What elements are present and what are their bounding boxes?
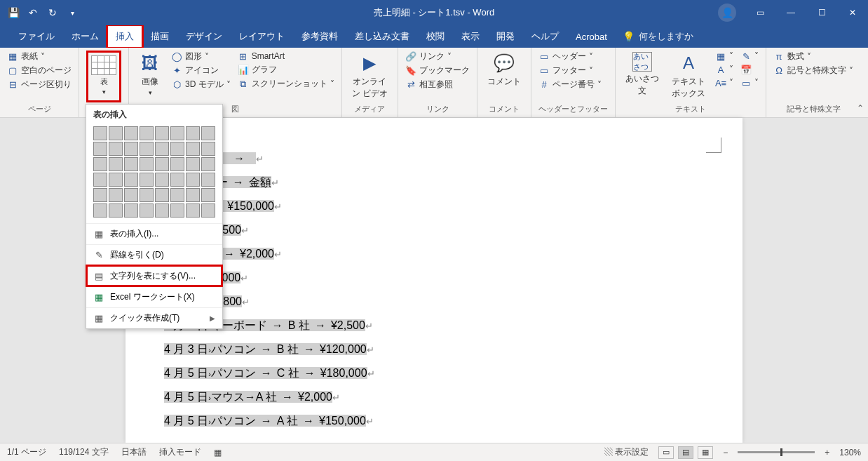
ribbon-options-icon[interactable]: ▭ <box>745 0 775 25</box>
status-words[interactable]: 119/124 文字 <box>59 446 109 458</box>
redo-icon[interactable]: ↻ <box>46 6 59 19</box>
smartart-button[interactable]: ⊞SmartArt <box>238 51 334 62</box>
excel-icon: ▦ <box>93 292 104 303</box>
datetime-button[interactable]: 📅 <box>740 64 759 75</box>
tab-draw[interactable]: 描画 <box>142 25 177 48</box>
dropcap-button[interactable]: A≡˅ <box>715 77 733 88</box>
blank-page-button[interactable]: ▢空白のページ <box>7 65 72 76</box>
status-mode[interactable]: 挿入モード <box>159 446 201 458</box>
collapse-ribbon-icon[interactable]: ⌃ <box>857 103 864 113</box>
tab-acrobat[interactable]: Acrobat <box>567 25 616 48</box>
chart-icon: 📊 <box>238 65 249 76</box>
tab-design[interactable]: デザイン <box>177 25 231 48</box>
crossref-icon: ⇄ <box>405 79 416 91</box>
page-corner-mark <box>706 138 721 153</box>
table-row: 4 月 5 日›マウス→A 社→¥2,000↵ <box>162 386 377 408</box>
tab-help[interactable]: ヘルプ <box>523 25 567 48</box>
lightbulb-icon: 💡 <box>623 31 635 42</box>
user-avatar[interactable]: 👤 <box>718 4 736 22</box>
minimize-icon[interactable]: — <box>775 0 806 25</box>
zoom-in-icon[interactable]: + <box>825 448 829 457</box>
status-page[interactable]: 1/1 ページ <box>7 446 46 458</box>
status-macro-icon[interactable]: ▦ <box>214 448 222 457</box>
title-bar: 💾 ↶ ↻ ▾ 売上明細 - シート1.tsv - Word 👤 ▭ — ☐ ✕ <box>0 0 868 25</box>
tab-mailings[interactable]: 差し込み文書 <box>346 25 418 48</box>
page-icon: ▦ <box>7 51 18 62</box>
tab-insert[interactable]: 挿入 <box>107 25 142 48</box>
group-symbols-label: 記号と特殊文字 <box>773 102 853 116</box>
status-bar: 1/1 ページ 119/124 文字 日本語 挿入モード ▦ ▧ 表示設定 ▭ … <box>0 443 868 461</box>
maximize-icon[interactable]: ☐ <box>806 0 837 25</box>
quickparts-button[interactable]: ▦˅ <box>715 51 733 62</box>
wordart-button[interactable]: A˅ <box>715 64 733 75</box>
symbol-icon: Ω <box>773 65 785 76</box>
screenshot-button[interactable]: ⧉スクリーンショット ˅ <box>238 78 334 90</box>
tab-review[interactable]: 校閲 <box>418 25 453 48</box>
equation-icon: π <box>773 51 785 62</box>
table-dropdown: 表の挿入 ▦表の挿入(I)... ✎罫線を引く(D) ▤文字列を表にする(V).… <box>86 104 223 329</box>
equation-button[interactable]: π数式 ˅ <box>773 51 853 62</box>
dropdown-title: 表の挿入 <box>86 105 222 123</box>
bookmark-button[interactable]: 🔖ブックマーク <box>405 65 470 76</box>
smartart-icon: ⊞ <box>238 51 249 62</box>
status-lang[interactable]: 日本語 <box>121 446 147 458</box>
menu-quick-tables[interactable]: ▦クイック表作成(T)▶ <box>86 307 222 328</box>
header-button[interactable]: ▭ヘッダー ˅ <box>538 51 602 62</box>
images-button[interactable]: 🖼画像▾ <box>136 51 164 102</box>
pagenum-icon: # <box>538 79 550 91</box>
footer-button[interactable]: ▭フッター ˅ <box>538 65 602 76</box>
image-icon: 🖼 <box>139 52 161 74</box>
online-video-button[interactable]: ▶オンライ ン ビデオ <box>349 51 391 102</box>
tab-references[interactable]: 参考資料 <box>293 25 346 48</box>
pencil-icon: ✎ <box>93 250 104 261</box>
comment-button[interactable]: 💬コメント <box>484 51 524 102</box>
display-settings[interactable]: ▧ 表示設定 <box>604 446 649 458</box>
tab-layout[interactable]: レイアウト <box>231 25 293 48</box>
pagenum-button[interactable]: #ページ番号 ˅ <box>538 79 602 91</box>
zoom-out-icon[interactable]: − <box>723 448 728 457</box>
tell-me-search[interactable]: 💡 何をしますか <box>623 30 693 43</box>
sig-button[interactable]: ✎˅ <box>740 51 759 62</box>
header-icon: ▭ <box>538 51 550 62</box>
table-size-grid[interactable] <box>86 123 222 223</box>
symbol-button[interactable]: Ω記号と特殊文字 ˅ <box>773 65 853 76</box>
tab-view[interactable]: 表示 <box>453 25 488 48</box>
close-icon[interactable]: ✕ <box>837 0 868 25</box>
greeting-button[interactable]: あいさつあいさつ 文 <box>623 51 662 102</box>
zoom-slider[interactable] <box>738 451 815 453</box>
tab-developer[interactable]: 開発 <box>488 25 523 48</box>
read-mode-icon[interactable]: ▭ <box>658 446 674 459</box>
menu-convert-text-to-table[interactable]: ▤文字列を表にする(V)... <box>86 265 222 286</box>
crossref-button[interactable]: ⇄相互参照 <box>405 79 470 91</box>
page-break-button[interactable]: ⊟ページ区切り <box>7 79 72 91</box>
tab-file[interactable]: ファイル <box>10 25 63 48</box>
object-button[interactable]: ▭˅ <box>740 77 759 88</box>
3dmodels-button[interactable]: ⬡3D モデル ˅ <box>171 79 231 91</box>
shapes-button[interactable]: ◯図形 ˅ <box>171 51 231 62</box>
table-row: 4 月 5 日›パソコン→A 社→¥150,000↵ <box>162 410 377 432</box>
textbox-button[interactable]: Aテキスト ボックス <box>669 51 708 102</box>
web-layout-icon[interactable]: ▦ <box>698 446 713 459</box>
link-button[interactable]: 🔗リンク ˅ <box>405 51 470 62</box>
chart-button[interactable]: 📊グラフ <box>238 64 334 76</box>
tab-home[interactable]: ホーム <box>63 25 107 48</box>
document-content[interactable]: → → ↵ メーカー→金額↵→A 社→¥150,000↵B 社→¥1,500↵ド… <box>161 146 707 434</box>
print-layout-icon[interactable]: ▤ <box>678 446 693 459</box>
sig-icon: ✎ <box>740 51 752 62</box>
dropcap-icon: A≡ <box>715 77 726 88</box>
menu-draw-table[interactable]: ✎罫線を引く(D) <box>86 244 222 265</box>
cover-page-button[interactable]: ▦表紙 ˅ <box>7 51 72 62</box>
icons-button[interactable]: ✦アイコン <box>171 65 231 76</box>
table-button[interactable]: 表 ▾ <box>86 51 121 102</box>
menu-insert-table[interactable]: ▦表の挿入(I)... <box>86 223 222 244</box>
zoom-level[interactable]: 130% <box>839 448 861 457</box>
grid-icon: ▦ <box>93 229 104 240</box>
convert-icon: ▤ <box>93 271 104 282</box>
group-links-label: リンク <box>405 102 470 116</box>
document-title: 売上明細 - シート1.tsv - Word <box>374 6 494 19</box>
undo-icon[interactable]: ↶ <box>27 6 39 19</box>
table-row: 4 月 5 日›パソコン→C 社→¥180,000↵ <box>162 362 377 385</box>
qat-customize-icon[interactable]: ▾ <box>66 6 79 19</box>
save-icon[interactable]: 💾 <box>7 6 20 19</box>
menu-excel-worksheet[interactable]: ▦Excel ワークシート(X) <box>86 286 222 307</box>
